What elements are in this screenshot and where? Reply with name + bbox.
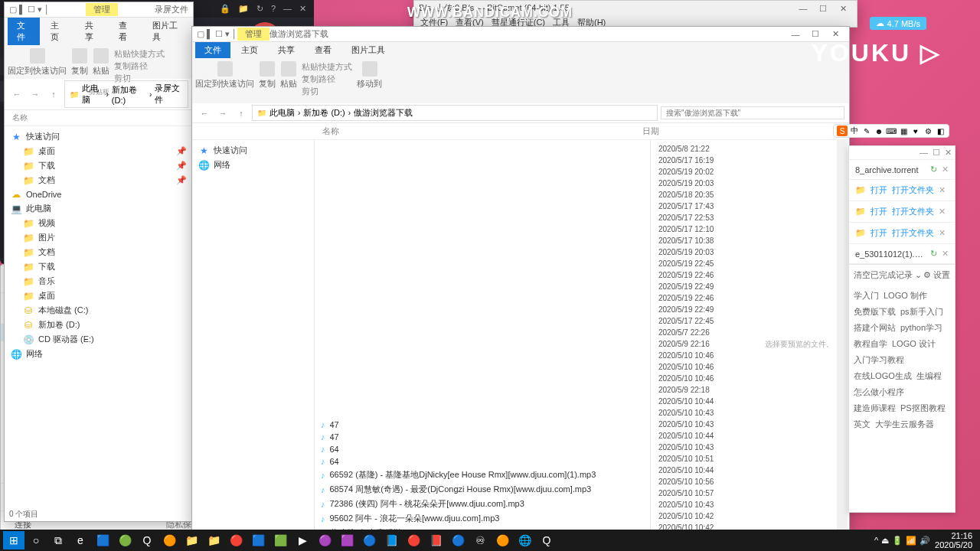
ad-tag[interactable]: 免费版下载 — [854, 306, 896, 318]
breadcrumb-1[interactable]: 📁 此电脑 › 新加卷 (D:) › 录屏文件 — [64, 80, 188, 108]
taskbar-item[interactable]: 🟣 — [314, 531, 335, 549]
back-button[interactable]: ← — [197, 106, 212, 121]
close-button[interactable]: ✕ — [834, 2, 852, 15]
ad-tag[interactable]: 怎么做小程序 — [854, 386, 904, 398]
pin-icon[interactable] — [30, 48, 45, 64]
ime-btn-6[interactable]: ♥ — [910, 126, 921, 136]
ime-btn-0[interactable]: S — [837, 126, 848, 136]
tray-icon[interactable]: 🔊 — [920, 536, 930, 546]
taskbar-item[interactable]: ○ — [25, 531, 47, 549]
ime-btn-8[interactable]: ◧ — [935, 126, 946, 136]
tree-item[interactable]: ☁OneDrive — [8, 187, 190, 201]
forward-button[interactable]: → — [215, 106, 230, 121]
taskbar-item[interactable]: ▶ — [292, 531, 313, 549]
taskbar-item[interactable]: Q — [536, 531, 557, 549]
ime-btn-2[interactable]: ✎ — [861, 126, 872, 136]
taskbar-item[interactable]: 📘 — [381, 531, 402, 549]
tree-item[interactable]: 📁文档 — [8, 245, 190, 259]
dl-settings-button[interactable]: ⚙ 设置 — [923, 269, 950, 281]
download-item[interactable]: 📁打开 打开文件夹✕ — [849, 201, 955, 223]
open-folder-link[interactable]: 打开文件夹 — [892, 206, 934, 217]
close-button[interactable]: ✕ — [945, 148, 952, 158]
file-row[interactable]: ♪68574 周慧敏(奇遇) - 最爱(DjCongzi House Rmx)[… — [318, 482, 647, 497]
breadcrumb-part[interactable]: 傲游浏览器下载 — [354, 107, 413, 119]
taskbar-item[interactable]: 📕 — [425, 531, 446, 549]
search-input[interactable] — [661, 106, 844, 119]
ad-tag[interactable]: 生编程 — [916, 370, 942, 382]
download-item[interactable]: 8_archive.torrent↻✕ — [849, 160, 955, 180]
download-item[interactable]: e_53011012(1).apk↻✕ — [849, 244, 955, 264]
ad-tag[interactable]: 大学生云服务器 — [875, 419, 934, 430]
close-icon[interactable]: ✕ — [299, 4, 306, 14]
taskbar-item[interactable]: 🟢 — [114, 531, 136, 549]
move-icon[interactable] — [362, 61, 377, 77]
ad-tag[interactable]: 学入门 — [854, 290, 879, 302]
ad-tag[interactable]: 搭建个网站 — [854, 322, 896, 334]
tree-item[interactable]: 📁视频 — [8, 216, 190, 230]
taskbar-item[interactable]: 🟪 — [336, 531, 358, 549]
taskbar-item[interactable]: 🔴 — [403, 531, 424, 549]
taskbar-item[interactable]: ⧉ — [47, 531, 69, 549]
tree-item[interactable]: ⛁新加卷 (D:) — [8, 318, 190, 332]
paste-icon[interactable] — [281, 61, 296, 77]
taskbar-item[interactable]: 🟠 — [492, 531, 513, 549]
up-button[interactable]: ↑ — [234, 106, 249, 121]
maximize-button[interactable]: ☐ — [933, 148, 940, 158]
open-folder-link[interactable]: 打开文件夹 — [892, 227, 934, 239]
tree-item[interactable]: ★快速访问 — [8, 129, 190, 144]
file-row[interactable]: ♪64 — [318, 443, 647, 455]
file-row[interactable]: ♪66592 (基隆) - 基隆基地DjNicky[ee House Rmx][… — [318, 468, 647, 482]
taskbar-item[interactable]: 🔴 — [225, 531, 247, 549]
file-row[interactable]: ♪47 — [318, 431, 647, 443]
file-row[interactable]: ♪72386 (侠四) 阿牛 - 桃花朵朵开[www.djuu.com].mp3 — [318, 497, 647, 511]
open-link[interactable]: 打开 — [871, 184, 887, 196]
taskbar-item[interactable]: 📁 — [203, 531, 224, 549]
scrollbar[interactable] — [837, 140, 848, 538]
tree-item[interactable]: 📁桌面📌 — [8, 144, 190, 158]
open-folder-link[interactable]: 打开文件夹 — [892, 184, 934, 196]
taskbar-item[interactable]: 🟦 — [92, 531, 113, 549]
ribbon-tab[interactable]: 查看 — [109, 18, 142, 45]
ribbon-tab[interactable]: 图片工具 — [342, 42, 394, 58]
tree-item[interactable]: 📁桌面 — [8, 289, 190, 303]
manage-tab-2[interactable]: 管理 — [237, 28, 270, 41]
paste-icon[interactable] — [93, 48, 109, 64]
tray-icon[interactable]: ^ — [874, 536, 878, 546]
refresh-icon[interactable]: ↻ — [256, 4, 263, 14]
taskbar-item[interactable]: 🔵 — [447, 531, 469, 549]
remove-icon[interactable]: ✕ — [942, 249, 949, 259]
tree-item[interactable]: 💻此电脑 — [8, 201, 190, 216]
qat[interactable]: ▢ ▌ ☐ ▾ │ — [9, 5, 50, 15]
remove-icon[interactable]: ✕ — [939, 185, 946, 195]
taskbar-item[interactable]: 🔵 — [358, 531, 380, 549]
ribbon-tab[interactable]: 主页 — [232, 42, 267, 58]
ribbon-tab[interactable]: 文件 — [8, 18, 40, 45]
ad-tag[interactable]: LOGO 制作 — [884, 290, 927, 302]
minimize-button[interactable]: — — [786, 28, 805, 41]
copy-icon[interactable] — [72, 48, 87, 64]
tree-item[interactable]: 📁图片 — [8, 230, 190, 245]
taskbar-item[interactable]: 🟩 — [270, 531, 291, 549]
help-icon[interactable]: ? — [271, 4, 276, 14]
ime-btn-1[interactable]: 中 — [849, 126, 860, 136]
file-row[interactable]: ♪64 — [318, 455, 647, 468]
tree-item[interactable]: 🌐网络 — [195, 158, 311, 172]
remove-icon[interactable]: ✕ — [942, 165, 949, 174]
taskbar-item[interactable]: Q — [136, 531, 158, 549]
ad-tag[interactable]: 在线LOGO生成 — [854, 370, 912, 382]
ribbon-tab[interactable]: 图片工具 — [143, 18, 190, 45]
pin-icon[interactable] — [217, 61, 233, 77]
column-header-date[interactable]: 日期 — [642, 126, 841, 137]
ad-tag[interactable]: 英文 — [854, 419, 871, 430]
system-tray[interactable]: ^⏏🔋📶🔊 21:16 2020/5/20 — [870, 531, 977, 549]
file-row[interactable]: ♪47 — [318, 419, 647, 431]
tree-item[interactable]: 📁文档📌 — [8, 173, 190, 187]
ad-tag[interactable]: ps新手入门 — [900, 306, 943, 318]
open-link[interactable]: 打开 — [871, 206, 887, 217]
copy-icon[interactable] — [260, 61, 275, 77]
tray-icon[interactable]: ⏏ — [881, 536, 889, 546]
taskbar-item[interactable]: 🟦 — [247, 531, 269, 549]
minimize-icon[interactable]: — — [283, 4, 292, 14]
breadcrumb-part[interactable]: 此电脑 — [270, 107, 295, 119]
retry-icon[interactable]: ↻ — [930, 165, 937, 174]
